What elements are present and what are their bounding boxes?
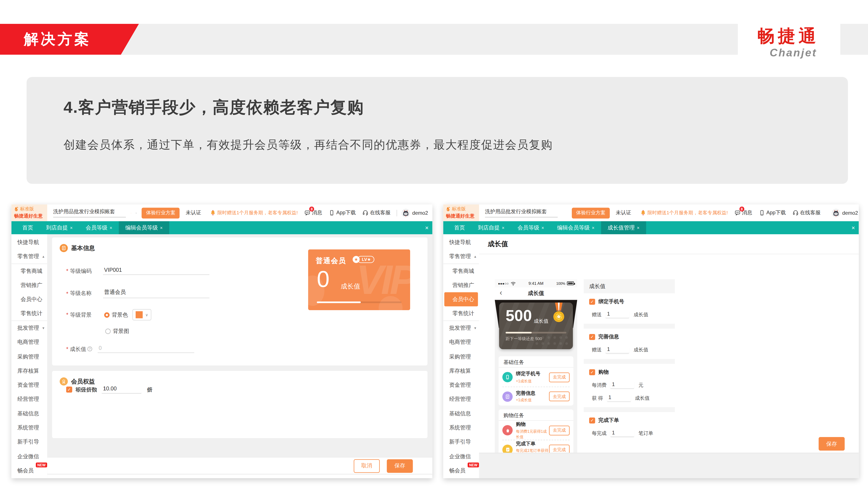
level-code-input[interactable]: VIP001 — [103, 267, 209, 275]
tab[interactable]: 首页 — [448, 221, 471, 234]
tab[interactable]: 首页 — [16, 221, 40, 234]
tabbar-close-icon[interactable]: × — [425, 221, 429, 234]
sidebar-item[interactable]: 系统管理 — [443, 421, 479, 435]
gear-icon[interactable] — [136, 209, 137, 216]
tab-close-icon[interactable]: × — [70, 225, 73, 231]
sidebar-item[interactable]: 畅会员 NEW — [11, 463, 47, 478]
sidebar-item[interactable]: 基础信息 — [443, 406, 479, 421]
sidebar-item[interactable]: 零售统计 — [11, 307, 47, 321]
cancel-button[interactable]: 取消 — [354, 459, 380, 473]
tab-close-icon[interactable]: × — [592, 225, 594, 231]
tab-close-icon[interactable]: × — [110, 225, 112, 231]
app-download-button[interactable]: App下载 — [758, 209, 786, 217]
sidebar-item[interactable]: 库存核算 — [443, 364, 479, 378]
tab[interactable]: 编辑会员等级 × — [551, 221, 601, 234]
promo-banner[interactable]: 限时赠送1个月服务期，老客专属权益! — [640, 209, 728, 216]
tabbar-close-icon[interactable]: × — [851, 221, 855, 234]
sidebar-item[interactable]: 会员中心 — [444, 292, 478, 307]
field-level-code: * 等级编码 VIP001 — [66, 267, 209, 275]
tab-close-icon[interactable]: × — [541, 225, 544, 231]
sidebar-item[interactable]: 企业微信 — [443, 449, 479, 463]
sidebar-item[interactable]: 零售管理 ▲ — [11, 250, 47, 264]
go-complete-button[interactable]: 去完成 — [549, 445, 569, 453]
checkbox-checked[interactable]: ✓ — [589, 369, 595, 376]
sidebar-item[interactable]: 畅会员 NEW — [443, 463, 479, 478]
back-chevron-icon[interactable]: ‹ — [500, 288, 502, 297]
sidebar-item[interactable]: 新手引导 — [443, 435, 479, 449]
save-button[interactable]: 保存 — [819, 437, 845, 451]
tab-close-icon[interactable]: × — [502, 225, 504, 231]
app-logo[interactable]: 标准版 畅捷通好生意 — [11, 204, 47, 222]
sidebar-item[interactable]: 新手引导 — [11, 435, 47, 449]
trial-plan-button[interactable]: 体验行业方案 — [142, 207, 180, 218]
tab[interactable]: 到店自提 × — [471, 221, 511, 234]
radio-bg-color-selected[interactable] — [104, 312, 110, 318]
tab-close-icon[interactable]: × — [637, 225, 640, 231]
sidebar-item[interactable]: 营销推广 — [11, 278, 47, 292]
tab[interactable]: 会员等级 × — [511, 221, 551, 234]
value-input[interactable]: 1 — [606, 346, 629, 354]
level-name-input[interactable]: 普通会员 — [103, 289, 209, 298]
growth-value-input[interactable]: 0 — [98, 345, 194, 353]
go-complete-button[interactable]: 去完成 — [549, 425, 569, 435]
app-download-button[interactable]: App下载 — [329, 209, 356, 217]
sidebar-item[interactable]: 快捷导航 — [11, 235, 47, 250]
online-service-button[interactable]: 在线客服 — [362, 209, 391, 217]
sidebar-item[interactable]: 零售管理 ▲ — [443, 250, 479, 264]
sidebar-item[interactable]: 资金管理 — [443, 378, 479, 392]
sidebar-item[interactable]: 资金管理 — [11, 378, 47, 392]
sidebar-item[interactable]: 库存核算 — [11, 364, 47, 378]
color-picker-dropdown[interactable]: ∨ — [132, 309, 152, 321]
checkbox-checked[interactable]: ✓ — [66, 387, 72, 393]
sidebar-item[interactable]: 电商管理 — [443, 335, 479, 349]
go-complete-button[interactable]: 去完成 — [549, 372, 569, 382]
sidebar-item[interactable]: 营销推广 — [443, 278, 479, 292]
checkbox-checked[interactable]: ✓ — [589, 299, 595, 305]
help-icon[interactable]: ? — [87, 347, 92, 352]
value-input[interactable]: 1 — [606, 311, 629, 318]
app-logo[interactable]: 标准版 畅捷通好生意 — [443, 204, 479, 222]
chevron-down-icon[interactable] — [131, 211, 132, 215]
messages-button[interactable]: 8 消息 — [304, 209, 322, 217]
account-select[interactable]: 洗护用品批发行业模拟账套 — [53, 208, 126, 218]
sidebar-item[interactable]: 经营管理 — [11, 392, 47, 406]
save-button[interactable]: 保存 — [387, 459, 413, 473]
trial-plan-button[interactable]: 体验行业方案 — [572, 207, 610, 218]
sidebar-item[interactable]: 快捷导航 — [443, 235, 479, 250]
tab[interactable]: 编辑会员等级 × — [119, 221, 169, 234]
sidebar-item[interactable]: 基础信息 — [11, 406, 47, 421]
sidebar-item[interactable]: 经营管理 — [443, 392, 479, 406]
value-input[interactable]: 1 — [611, 381, 634, 389]
sidebar-item[interactable]: 电商管理 — [11, 335, 47, 349]
benefit-value-input[interactable]: 1 — [101, 386, 142, 394]
tab-close-icon[interactable]: × — [160, 225, 162, 231]
checkbox-checked[interactable]: ✓ — [589, 418, 595, 424]
sidebar-item[interactable]: 零售商城 — [11, 264, 47, 278]
account-select[interactable]: 洗护用品批发行业模拟账套 — [485, 208, 558, 218]
value-input[interactable]: 1 — [607, 394, 630, 402]
not-certified-label[interactable]: 未认证 — [186, 209, 201, 217]
value-input[interactable]: 1 — [611, 429, 634, 437]
sidebar-item[interactable]: 采购管理 — [11, 349, 47, 364]
messages-button[interactable]: 8 消息 — [734, 209, 752, 217]
sidebar-item[interactable]: 系统管理 — [11, 421, 47, 435]
online-service-button[interactable]: 在线客服 — [792, 209, 820, 217]
sidebar-item[interactable]: 零售统计 — [443, 307, 479, 321]
headset-icon — [362, 210, 368, 216]
user-menu[interactable]: demo2 — [831, 208, 859, 217]
go-complete-button[interactable]: 去完成 — [549, 391, 569, 401]
sidebar-item[interactable]: 批发管理 ▼ — [443, 321, 479, 335]
sidebar-item[interactable]: 采购管理 — [443, 349, 479, 364]
sidebar-item[interactable]: 批发管理 ▼ — [11, 321, 47, 335]
user-menu[interactable]: demo2 — [401, 208, 432, 217]
tab[interactable]: 成长值管理 × — [601, 221, 646, 234]
sidebar-item[interactable]: 会员中心 — [11, 292, 47, 307]
tab[interactable]: 到店自提 × — [40, 221, 79, 234]
sidebar-item[interactable]: 企业微信 — [11, 449, 47, 463]
not-certified-label[interactable]: 未认证 — [616, 209, 631, 217]
promo-banner[interactable]: 限时赠送1个月服务期，老客专属权益! — [210, 209, 298, 216]
sidebar-item[interactable]: 零售商城 — [443, 264, 479, 278]
checkbox-checked[interactable]: ✓ — [589, 334, 595, 340]
tab[interactable]: 会员等级 × — [79, 221, 119, 234]
radio-bg-image[interactable] — [105, 329, 111, 334]
